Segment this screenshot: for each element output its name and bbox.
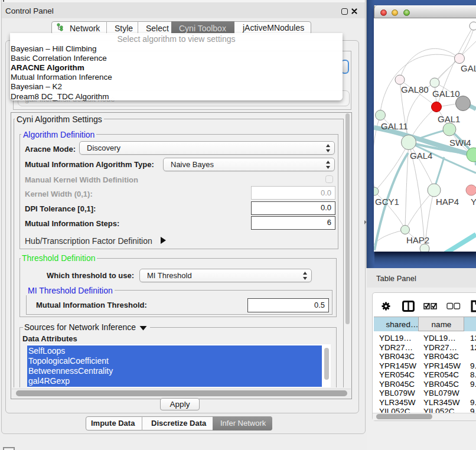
svg-text:GAL80: GAL80 (401, 84, 429, 94)
svg-text:GAL11: GAL11 (381, 121, 408, 131)
svg-text:HAP4: HAP4 (436, 197, 459, 207)
svg-text:HAP2: HAP2 (406, 235, 429, 245)
svg-text:GAL: GAL (461, 63, 476, 73)
svg-text:GAL4: GAL4 (410, 151, 432, 161)
svg-text:GAL1: GAL1 (438, 114, 460, 124)
svg-text:Y: Y (471, 197, 476, 207)
svg-text:GAL10: GAL10 (432, 89, 460, 99)
svg-text:GCY1: GCY1 (375, 197, 399, 207)
svg-text:SWI4: SWI4 (449, 138, 471, 148)
